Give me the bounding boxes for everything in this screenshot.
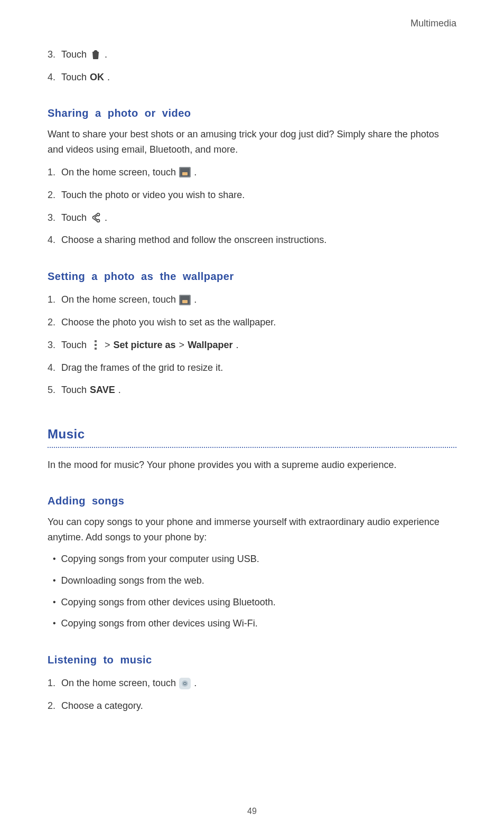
step-text: . <box>236 338 238 353</box>
section-heading-music: Music <box>48 424 456 444</box>
step-text: Touch <box>61 382 87 398</box>
step-item: 4. Drag the frames of the grid to resize… <box>48 360 456 376</box>
bullet-icon: • <box>53 616 56 631</box>
step-text: Choose the photo you wish to set as the … <box>61 315 276 330</box>
step-item: 3. Touch . <box>48 210 456 226</box>
list-item: • Copying songs from other devices using… <box>53 616 456 631</box>
step-list-top: 3. Touch . 4. Touch OK . <box>48 47 456 85</box>
step-marker: 5. <box>48 382 58 398</box>
step-text: Touch <box>61 70 87 85</box>
step-item: 5. Touch SAVE . <box>48 382 456 398</box>
step-marker: 2. <box>48 698 58 714</box>
step-text: . <box>105 47 107 62</box>
trash-icon <box>90 49 101 60</box>
bullet-icon: • <box>53 573 56 588</box>
step-item: 4. Choose a sharing method and follow th… <box>48 232 456 248</box>
step-text: . <box>194 165 197 180</box>
page-number: 49 <box>0 804 504 818</box>
step-text: > <box>105 338 110 353</box>
step-text: Touch <box>61 47 87 62</box>
step-item: 1. On the home screen, touch . <box>48 676 456 691</box>
gallery-icon <box>179 167 191 177</box>
step-item: 3. Touch > Set picture as > Wallpaper . <box>48 338 456 353</box>
step-bold: SAVE <box>90 382 115 398</box>
step-text: On the home screen, touch <box>61 165 176 180</box>
step-text: On the home screen, touch <box>61 676 176 691</box>
subheading-wallpaper: Setting a photo as the wallpaper <box>48 268 456 285</box>
list-text: Downloading songs from the web. <box>61 573 204 588</box>
step-marker: 4. <box>48 232 58 248</box>
share-icon <box>90 212 101 223</box>
step-list-sharing: 1. On the home screen, touch . 2. Touch … <box>48 165 456 248</box>
step-text: Drag the frames of the grid to resize it… <box>61 360 223 376</box>
step-text: . <box>118 382 121 398</box>
paragraph: Want to share your best shots or an amus… <box>48 127 456 157</box>
step-marker: 1. <box>48 292 58 307</box>
list-text: Copying songs from your computer using U… <box>61 551 259 567</box>
bullet-list: • Copying songs from your computer using… <box>48 551 456 631</box>
paragraph: You can copy songs to your phone and imm… <box>48 514 456 545</box>
step-item: 3. Touch . <box>48 47 456 62</box>
subheading-sharing: Sharing a photo or video <box>48 105 456 121</box>
bullet-icon: • <box>53 551 56 567</box>
step-text: . <box>194 676 197 691</box>
subheading-adding-songs: Adding songs <box>48 492 456 509</box>
step-text: Touch <box>61 210 87 226</box>
step-item: 4. Touch OK . <box>48 70 456 85</box>
step-list-wallpaper: 1. On the home screen, touch . 2. Choose… <box>48 292 456 398</box>
step-text: . <box>194 292 197 307</box>
step-item: 2. Choose a category. <box>48 698 456 714</box>
step-text: Choose a sharing method and follow the o… <box>61 232 326 248</box>
step-item: 2. Touch the photo or video you wish to … <box>48 188 456 203</box>
step-marker: 3. <box>48 47 58 62</box>
step-marker: 2. <box>48 315 58 330</box>
step-marker: 1. <box>48 165 58 180</box>
list-text: Copying songs from other devices using B… <box>61 595 276 610</box>
music-app-icon <box>179 678 191 689</box>
svg-point-5 <box>184 683 185 684</box>
step-marker: 4. <box>48 360 58 376</box>
step-bold: Wallpaper <box>188 338 232 353</box>
step-marker: 4. <box>48 70 58 85</box>
step-item: 1. On the home screen, touch . <box>48 165 456 180</box>
list-item: • Copying songs from other devices using… <box>53 595 456 610</box>
step-list-listening: 1. On the home screen, touch . 2. Choose… <box>48 676 456 714</box>
step-text: Choose a category. <box>61 698 143 714</box>
step-text: . <box>107 70 110 85</box>
list-item: • Copying songs from your computer using… <box>53 551 456 567</box>
step-item: 1. On the home screen, touch . <box>48 292 456 307</box>
step-marker: 3. <box>48 338 58 353</box>
step-marker: 2. <box>48 188 58 203</box>
running-head: Multimedia <box>48 16 456 31</box>
list-text: Copying songs from other devices using W… <box>61 616 258 631</box>
gallery-icon <box>179 295 191 305</box>
step-text: Touch <box>61 338 87 353</box>
section-divider <box>48 447 456 448</box>
step-text: . <box>105 210 107 226</box>
step-text: > <box>179 338 185 353</box>
svg-rect-1 <box>95 344 97 346</box>
step-bold: Set picture as <box>114 338 176 353</box>
step-text: On the home screen, touch <box>61 292 176 307</box>
bullet-icon: • <box>53 595 56 610</box>
step-bold: OK <box>90 70 104 85</box>
paragraph: In the mood for music? Your phone provid… <box>48 457 456 473</box>
step-item: 2. Choose the photo you wish to set as t… <box>48 315 456 330</box>
svg-rect-0 <box>95 340 97 342</box>
step-marker: 1. <box>48 676 58 691</box>
step-marker: 3. <box>48 210 58 226</box>
svg-rect-2 <box>95 348 97 350</box>
list-item: • Downloading songs from the web. <box>53 573 456 588</box>
step-text: Touch the photo or video you wish to sha… <box>61 188 245 203</box>
document-page: Multimedia 3. Touch . 4. Touch OK . Shar… <box>0 0 504 833</box>
more-vertical-icon <box>90 339 101 351</box>
subheading-listening: Listening to music <box>48 651 456 668</box>
